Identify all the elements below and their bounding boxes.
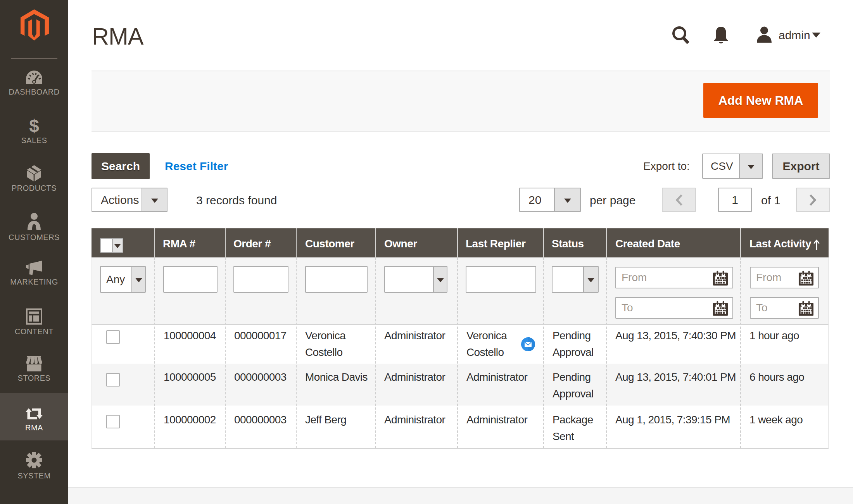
svg-text:$: $ [29,117,39,134]
